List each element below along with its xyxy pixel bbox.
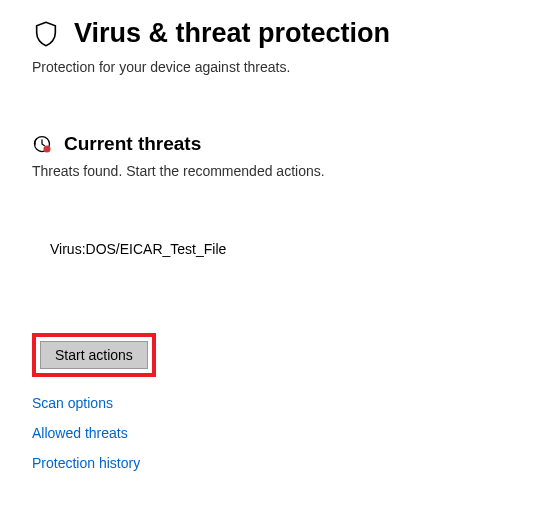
svg-point-2 bbox=[44, 146, 51, 153]
page-header: Virus & threat protection bbox=[32, 18, 528, 49]
page-title: Virus & threat protection bbox=[74, 18, 390, 49]
start-actions-button[interactable]: Start actions bbox=[40, 341, 148, 369]
scan-options-link[interactable]: Scan options bbox=[32, 395, 528, 411]
shield-icon bbox=[32, 20, 60, 48]
page-subtitle: Protection for your device against threa… bbox=[32, 59, 528, 75]
allowed-threats-link[interactable]: Allowed threats bbox=[32, 425, 528, 441]
start-actions-highlight: Start actions bbox=[32, 333, 156, 377]
current-threats-title: Current threats bbox=[64, 133, 201, 155]
threat-item[interactable]: Virus:DOS/EICAR_Test_File bbox=[32, 241, 528, 257]
current-threats-subtitle: Threats found. Start the recommended act… bbox=[32, 163, 528, 179]
protection-history-link[interactable]: Protection history bbox=[32, 455, 528, 471]
threat-clock-icon bbox=[32, 134, 52, 154]
current-threats-header: Current threats bbox=[32, 133, 528, 155]
